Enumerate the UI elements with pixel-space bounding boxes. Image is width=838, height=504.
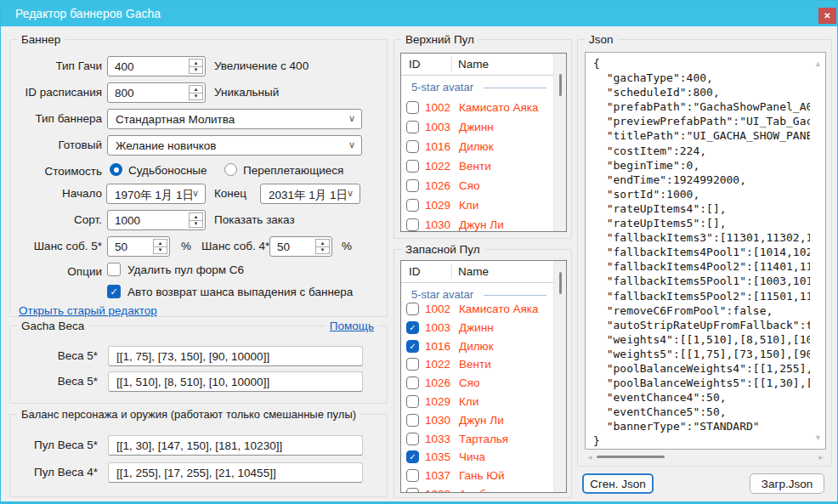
list-header[interactable]: ID Name [401, 54, 566, 76]
titlebar[interactable]: Редактор баннеров Gacha [1, 1, 837, 26]
scrollbar-thumb[interactable] [559, 272, 562, 294]
cost-radio-intertwined[interactable] [224, 163, 237, 176]
list-item[interactable]: 1002Камисато Аяка [401, 100, 552, 117]
list-item[interactable]: 1016Дилюк [401, 139, 552, 156]
pool-weights5-input[interactable]: [[1, 30], [147, 150], [181, 10230]] [108, 435, 363, 456]
list-item[interactable]: 1022Венти [401, 159, 552, 176]
weights5-input[interactable]: [[1, 75], [73, 150], [90, 10000]] [108, 346, 363, 366]
list-item[interactable]: ✓1003Джинн [401, 320, 552, 337]
spin-up-icon[interactable]: ▲ [190, 59, 202, 67]
spin-up-icon[interactable]: ▲ [316, 240, 329, 247]
item-checkbox[interactable] [406, 199, 419, 212]
upper-pool-list[interactable]: ID Name 5-star avatar 1002Камисато Аяка1… [400, 53, 567, 232]
item-checkbox[interactable] [406, 377, 419, 389]
spin-down-icon[interactable]: ▼ [316, 247, 329, 254]
cost-option2-label[interactable]: Переплетающиеся [243, 161, 343, 177]
item-id: 1002 [425, 101, 450, 114]
scrollbar-track[interactable] [553, 54, 566, 231]
item-checkbox[interactable] [406, 140, 419, 153]
spin-up-icon[interactable]: ▲ [190, 86, 202, 93]
cost-radio-fate[interactable] [110, 163, 122, 176]
auto-return-label[interactable]: Авто возврат шанса выпадения с баннера [127, 284, 353, 298]
item-checkbox[interactable]: ✓ [406, 450, 419, 463]
list-item[interactable]: 1002Камисато Аяка [401, 302, 552, 319]
close-button[interactable]: ✕ [818, 8, 836, 24]
scrollbar-thumb[interactable] [559, 74, 562, 96]
item-checkbox[interactable] [406, 469, 419, 482]
list-item[interactable]: 1030Джун Ли [401, 218, 552, 232]
scrollbar-track[interactable] [553, 261, 566, 492]
horizontal-scrollbar[interactable]: ◄ ► [585, 451, 826, 462]
generate-json-label: Сген. Json [590, 478, 645, 490]
item-checkbox[interactable] [406, 179, 419, 192]
banner-type-select[interactable]: Стандартная Молитва ∨ [107, 109, 362, 129]
column-id[interactable]: ID [409, 58, 421, 71]
item-checkbox[interactable] [406, 121, 419, 133]
load-json-button[interactable]: Загр.Json [750, 473, 824, 494]
list-item[interactable]: 1037Гань Юй [401, 468, 552, 485]
item-checkbox[interactable] [406, 358, 419, 371]
item-checkbox[interactable] [406, 218, 419, 231]
chance4-input[interactable]: 50 ▲ ▼ [269, 236, 332, 257]
spin-down-icon[interactable]: ▼ [190, 67, 202, 74]
json-textarea[interactable]: { "gachaType":400, "scheduleId":800, "pr… [585, 52, 826, 450]
item-checkbox[interactable] [406, 414, 419, 427]
list-item[interactable]: 1022Венти [401, 357, 552, 374]
list-item[interactable]: ✓1016Дилюк [401, 339, 552, 356]
list-item[interactable]: ✓1035Чича [401, 450, 552, 467]
remove-c6-checkbox[interactable] [107, 263, 121, 276]
item-checkbox[interactable] [406, 488, 419, 493]
item-checkbox[interactable] [406, 303, 419, 315]
spin-down-icon[interactable]: ▼ [190, 221, 202, 228]
scroll-right-icon[interactable]: ► [818, 454, 824, 462]
auto-return-checkbox[interactable]: ✓ [107, 285, 121, 298]
help-link[interactable]: Помощь [326, 319, 378, 333]
pool-weights4-input[interactable]: [[1, 255], [17, 255], [21, 10455]] [108, 462, 363, 483]
remove-c6-label[interactable]: Удалить пул форм С6 [127, 262, 244, 276]
list-item[interactable]: 1026Сяо [401, 178, 552, 195]
cost-option1-label[interactable]: Судьбоносные [128, 161, 207, 177]
list-item[interactable]: 1033Тарталья [401, 432, 552, 449]
fallback-pool-list[interactable]: ID Name 5-star avatar 1002Камисато Аяка✓… [400, 260, 567, 493]
list-item[interactable]: 1030Джун Ли [401, 413, 552, 430]
item-checkbox[interactable] [406, 433, 419, 445]
scroll-down-icon[interactable]: ▼ [814, 433, 822, 442]
sort-row: Сорт. 1000 ▲ ▼ Показать заказ [10, 210, 387, 230]
json-content[interactable]: { "gachaType":400, "scheduleId":800, "pr… [593, 56, 810, 447]
spin-up-icon[interactable]: ▲ [154, 240, 167, 247]
item-checkbox[interactable] [406, 395, 419, 408]
column-id[interactable]: ID [409, 265, 421, 278]
old-editor-link[interactable]: Открыть старый редактор [19, 304, 157, 317]
column-name[interactable]: Name [458, 58, 489, 71]
scroll-left-icon[interactable]: ◄ [586, 454, 593, 462]
chance5-input[interactable]: 50 ▲ ▼ [107, 236, 170, 257]
horizontal-scrollbar-thumb[interactable] [597, 456, 665, 458]
end-date-picker[interactable]: 2031年 1月 1日 ∨ [260, 184, 360, 204]
spin-up-icon[interactable]: ▲ [190, 213, 202, 221]
item-checkbox[interactable] [406, 160, 419, 173]
list-item[interactable]: 1029Кли [401, 198, 552, 215]
preset-select[interactable]: Желание новичков ∨ [107, 135, 362, 156]
generate-json-button[interactable]: Сген. Json [582, 473, 654, 494]
begin-date-picker[interactable]: 1970年 1月 1日 ∨ [106, 184, 206, 204]
preset-value: Желание новичков [116, 139, 216, 152]
item-checkbox[interactable]: ✓ [406, 321, 419, 334]
weights4-input[interactable]: [[1, 510], [8, 510], [10, 10000]] [108, 371, 363, 392]
schedule-id-input[interactable]: 800 ▲ ▼ [107, 82, 206, 103]
list-item[interactable]: 1003Джинн [401, 120, 552, 137]
item-checkbox[interactable]: ✓ [406, 340, 419, 353]
sort-input[interactable]: 1000 ▲ ▼ [107, 210, 206, 230]
list-item[interactable]: 1029Кли [401, 394, 552, 411]
list-item[interactable]: 1026Сяо [401, 376, 552, 393]
item-checkbox[interactable] [406, 101, 419, 114]
list-item[interactable]: 1038Альбедо [401, 487, 552, 493]
scroll-up-icon[interactable]: ▲ [814, 59, 822, 68]
column-name[interactable]: Name [458, 265, 489, 278]
spin-down-icon[interactable]: ▼ [190, 93, 202, 100]
list-header[interactable]: ID Name [401, 261, 566, 283]
schedule-id-spinner: ▲ ▼ [189, 85, 203, 100]
gacha-type-input[interactable]: 400 ▲ ▼ [107, 56, 206, 76]
gacha-type-spinner: ▲ ▼ [189, 59, 203, 74]
item-name: Сяо [459, 377, 480, 389]
spin-down-icon[interactable]: ▼ [154, 247, 167, 254]
